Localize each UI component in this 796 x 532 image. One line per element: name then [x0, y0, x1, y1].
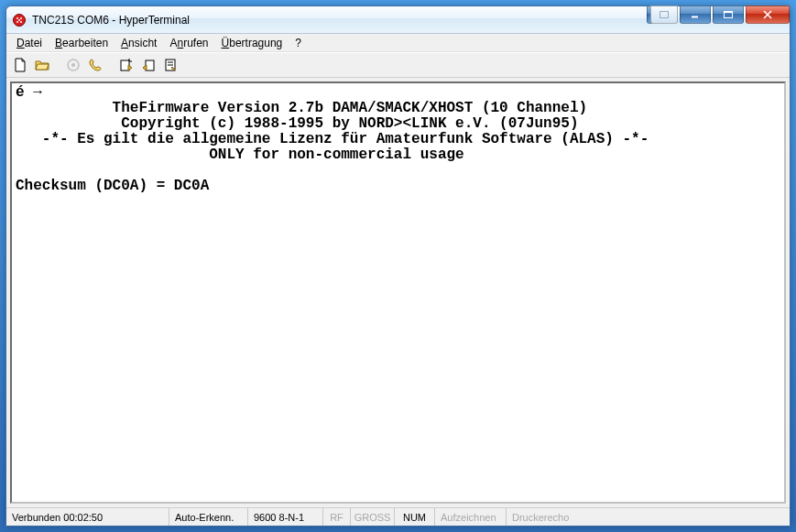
- window-controls: [649, 5, 790, 24]
- minimize-button[interactable]: [680, 5, 711, 24]
- properties-icon[interactable]: [160, 55, 180, 75]
- app-icon: [12, 13, 27, 27]
- menu-bearbeiten[interactable]: Bearbeiten: [49, 35, 114, 51]
- svg-point-15: [71, 63, 75, 67]
- menu-anrufen[interactable]: Anrufen: [163, 35, 214, 51]
- svg-point-2: [20, 17, 22, 19]
- svg-point-5: [18, 19, 20, 21]
- terminal-output[interactable]: é → TheFirmware Version 2.7b DAMA/SMACK/…: [10, 81, 786, 504]
- menu-ansicht[interactable]: Ansicht: [114, 35, 163, 51]
- terminal-line: Checksum (DC0A) = DC0A: [16, 178, 209, 194]
- terminal-line: TheFirmware Version 2.7b DAMA/SMACK/XHOS…: [16, 100, 587, 116]
- terminal-line: -*- Es gilt die allgemeine Lizenz für Am…: [16, 131, 649, 147]
- status-detect: Auto-Erkenn.: [169, 508, 248, 526]
- content-area: é → TheFirmware Version 2.7b DAMA/SMACK/…: [6, 78, 790, 507]
- new-file-icon[interactable]: [10, 55, 30, 75]
- status-echo: Druckerecho: [507, 508, 790, 526]
- phone-icon[interactable]: [85, 55, 105, 75]
- status-rf: RF: [323, 508, 351, 526]
- terminal-line: é →: [16, 84, 42, 101]
- svg-point-4: [20, 21, 22, 23]
- app-window: TNC21S COM6 - HyperTerminal Datei Bearbe…: [5, 5, 791, 527]
- open-folder-icon[interactable]: [32, 55, 52, 75]
- send-file-icon[interactable]: [116, 55, 136, 75]
- status-connection: Verbunden 00:02:50: [6, 508, 169, 526]
- svg-point-1: [16, 17, 18, 19]
- statusbar: Verbunden 00:02:50 Auto-Erkenn. 9600 8-N…: [6, 507, 790, 526]
- terminal-line: ONLY for non-commercial usage: [16, 147, 464, 163]
- ghost-button[interactable]: [650, 5, 678, 24]
- toolbar: [6, 52, 790, 78]
- menu-help[interactable]: ?: [289, 35, 308, 51]
- close-button[interactable]: [746, 5, 790, 24]
- menu-uebertragung[interactable]: Übertragung: [215, 35, 289, 51]
- status-caps: GROSS: [351, 508, 395, 526]
- connect-icon[interactable]: [63, 55, 83, 75]
- status-record: Aufzeichnen: [435, 508, 507, 526]
- terminal-line: Copyright (c) 1988-1995 by NORD><LINK e.…: [16, 115, 579, 132]
- menu-datei[interactable]: Datei: [10, 35, 49, 51]
- svg-point-3: [16, 21, 18, 23]
- status-num: NUM: [395, 508, 435, 526]
- maximize-button[interactable]: [713, 5, 744, 24]
- receive-file-icon[interactable]: [138, 55, 158, 75]
- titlebar: TNC21S COM6 - HyperTerminal: [6, 6, 790, 34]
- menubar: Datei Bearbeiten Ansicht Anrufen Übertra…: [6, 34, 790, 52]
- status-baud: 9600 8-N-1: [248, 508, 323, 526]
- svg-rect-8: [660, 12, 669, 18]
